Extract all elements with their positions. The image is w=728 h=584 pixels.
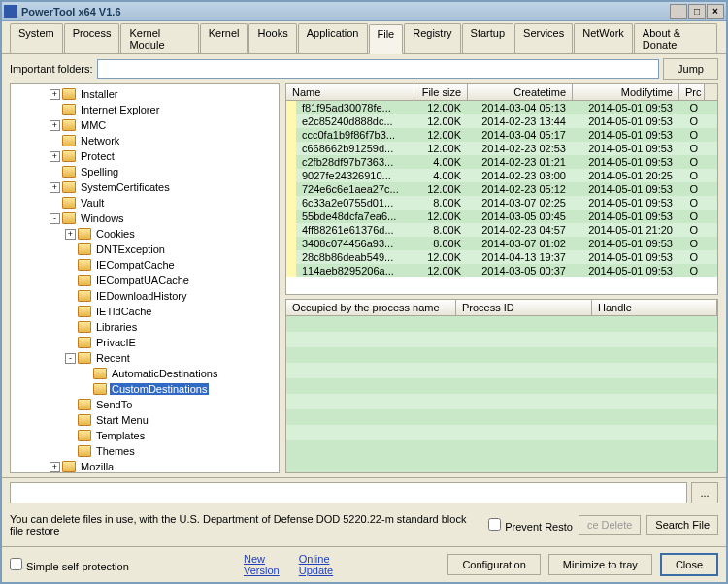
col-handle[interactable]: Handle bbox=[592, 300, 717, 315]
tab-process[interactable]: Process bbox=[64, 23, 120, 53]
tree-item-iedownloadhistory[interactable]: IEDownloadHistory bbox=[11, 288, 279, 304]
tree-item-iecompatuacache[interactable]: IECompatUACache bbox=[11, 273, 279, 288]
tab-kernel[interactable]: Kernel bbox=[200, 23, 248, 53]
table-row[interactable] bbox=[286, 316, 717, 332]
tab-hooks[interactable]: Hooks bbox=[248, 23, 296, 53]
tab-registry[interactable]: Registry bbox=[404, 23, 460, 53]
tab-services[interactable]: Services bbox=[514, 23, 573, 53]
table-row[interactable]: 28c8b86deab549...12.00K2014-04-13 19:372… bbox=[286, 250, 717, 264]
force-delete-button[interactable]: ce Delete bbox=[579, 515, 641, 535]
tree-item-privacie[interactable]: PrivacIE bbox=[11, 335, 279, 350]
tree-item-recent[interactable]: -Recent bbox=[11, 350, 279, 366]
tab-file[interactable]: File bbox=[369, 24, 404, 54]
table-row[interactable]: 724e6c6e1aea27c...12.00K2014-02-23 05:12… bbox=[286, 182, 717, 196]
tab-network[interactable]: NetWork bbox=[574, 23, 633, 53]
col-name[interactable]: Name bbox=[286, 84, 414, 100]
tree-item-mmc[interactable]: +MMC bbox=[11, 117, 279, 133]
expand-icon[interactable]: - bbox=[65, 353, 76, 364]
table-row[interactable]: 114aeb8295206a...12.00K2014-03-05 00:372… bbox=[286, 264, 717, 277]
tree-item-mozilla[interactable]: +Mozilla bbox=[11, 459, 279, 473]
table-row[interactable] bbox=[286, 425, 717, 440]
table-row[interactable] bbox=[286, 394, 717, 409]
minimize-to-tray-button[interactable]: Minimize to tray bbox=[548, 554, 652, 575]
tree-item-label: SystemCertificates bbox=[79, 181, 172, 193]
expand-icon[interactable]: + bbox=[50, 462, 60, 472]
tree-item-protect[interactable]: +Protect bbox=[11, 148, 279, 164]
prevent-restore-checkbox[interactable]: Prevent Resto bbox=[488, 518, 573, 533]
cell-modifytime: 2014-05-01 21:20 bbox=[573, 223, 679, 237]
tab-system[interactable]: System bbox=[10, 23, 63, 53]
file-grid[interactable]: Name File size Createtime Modifytime Prc… bbox=[285, 83, 718, 295]
table-row[interactable] bbox=[286, 347, 717, 363]
tree-item-systemcertificates[interactable]: +SystemCertificates bbox=[11, 179, 279, 195]
table-row[interactable] bbox=[286, 378, 717, 394]
new-version-link[interactable]: NewVersion bbox=[244, 553, 280, 576]
tree-item-dntexception[interactable]: DNTException bbox=[11, 242, 279, 257]
path-input[interactable] bbox=[10, 482, 687, 503]
tree-item-automaticdestinations[interactable]: AutomaticDestinations bbox=[11, 366, 279, 381]
tree-item-windows[interactable]: -Windows bbox=[11, 211, 279, 226]
tree-item-internet-explorer[interactable]: Internet Explorer bbox=[11, 102, 279, 117]
expand-icon[interactable]: + bbox=[50, 120, 60, 131]
tree-item-themes[interactable]: Themes bbox=[11, 443, 279, 459]
table-row[interactable]: 4ff88261e61376d...8.00K2014-02-23 04:572… bbox=[286, 223, 717, 237]
col-modifytime[interactable]: Modifytime bbox=[573, 84, 679, 100]
minimize-button[interactable]: _ bbox=[670, 4, 687, 19]
tree-item-network[interactable]: Network bbox=[11, 133, 279, 148]
table-row[interactable] bbox=[286, 363, 717, 378]
cell-modifytime: 2014-05-01 09:53 bbox=[573, 114, 679, 128]
configuration-button[interactable]: Configuration bbox=[447, 554, 540, 575]
tree-item-label: Internet Explorer bbox=[79, 104, 161, 115]
expand-icon[interactable]: - bbox=[50, 213, 60, 224]
tree-item-sendto[interactable]: SendTo bbox=[11, 397, 279, 412]
col-process-id[interactable]: Process ID bbox=[456, 300, 592, 315]
tree-item-ietldcache[interactable]: IETldCache bbox=[11, 304, 279, 319]
table-row[interactable]: 9027fe24326910...4.00K2014-02-23 03:0020… bbox=[286, 169, 717, 182]
table-row[interactable]: c2fb28df97b7363...4.00K2014-02-23 01:212… bbox=[286, 155, 717, 169]
tree-item-installer[interactable]: +Installer bbox=[11, 86, 279, 102]
col-size[interactable]: File size bbox=[414, 84, 468, 100]
tree-item-libraries[interactable]: Libraries bbox=[11, 319, 279, 335]
tree-item-vault[interactable]: Vault bbox=[11, 195, 279, 211]
tab-startup[interactable]: Startup bbox=[462, 23, 513, 53]
important-folders-input[interactable] bbox=[97, 59, 660, 79]
table-row[interactable] bbox=[286, 332, 717, 347]
process-grid[interactable]: Occupied by the process name Process ID … bbox=[285, 299, 718, 473]
simple-self-protection-checkbox[interactable]: Simple self-protection bbox=[10, 558, 129, 572]
browse-button[interactable]: ... bbox=[691, 482, 718, 503]
close-button[interactable]: Close bbox=[660, 553, 718, 576]
col-createtime[interactable]: Createtime bbox=[468, 84, 573, 100]
tree-item-iecompatcache[interactable]: IECompatCache bbox=[11, 257, 279, 273]
tree-item-customdestinations[interactable]: CustomDestinations bbox=[11, 381, 279, 397]
tab-application[interactable]: Application bbox=[298, 23, 368, 53]
tree-item-start-menu[interactable]: Start Menu bbox=[11, 412, 279, 428]
expand-icon[interactable]: + bbox=[50, 182, 60, 193]
maximize-button[interactable]: □ bbox=[688, 4, 706, 19]
tree-item-label: Network bbox=[79, 135, 121, 146]
table-row[interactable] bbox=[286, 409, 717, 425]
tree-item-cookies[interactable]: +Cookies bbox=[11, 226, 279, 242]
table-row[interactable]: c668662b91259d...12.00K2014-02-23 02:532… bbox=[286, 142, 717, 155]
table-row[interactable]: 6c33a2e0755d01...8.00K2014-03-07 02:2520… bbox=[286, 196, 717, 210]
tab-kernel-module[interactable]: Kernel Module bbox=[120, 23, 198, 53]
online-update-link[interactable]: OnlineUpdate bbox=[299, 553, 333, 576]
expand-icon[interactable]: + bbox=[65, 229, 76, 240]
tab-about-donate[interactable]: About & Donate bbox=[634, 23, 717, 53]
table-row[interactable]: 3408c074456a93...8.00K2014-03-07 01:0220… bbox=[286, 237, 717, 250]
jump-button[interactable]: Jump bbox=[663, 58, 718, 80]
cell-createtime: 2014-03-04 05:13 bbox=[468, 101, 573, 114]
search-file-button[interactable]: Search File bbox=[646, 515, 718, 535]
col-prc[interactable]: Prc bbox=[679, 84, 705, 100]
folder-icon bbox=[78, 306, 91, 317]
table-row[interactable]: f81f95ad30078fe...12.00K2014-03-04 05:13… bbox=[286, 101, 717, 114]
folder-tree[interactable]: +InstallerInternet Explorer+MMCNetwork+P… bbox=[10, 83, 280, 473]
expand-icon[interactable]: + bbox=[50, 89, 60, 100]
tree-item-templates[interactable]: Templates bbox=[11, 428, 279, 443]
col-process-name[interactable]: Occupied by the process name bbox=[286, 300, 456, 315]
close-window-button[interactable]: × bbox=[707, 4, 724, 19]
table-row[interactable]: e2c85240d888dc...12.00K2014-02-23 13:442… bbox=[286, 114, 717, 128]
table-row[interactable]: ccc0fa1b9f86f7b3...12.00K2014-03-04 05:1… bbox=[286, 128, 717, 142]
expand-icon[interactable]: + bbox=[50, 151, 60, 162]
tree-item-spelling[interactable]: Spelling bbox=[11, 164, 279, 179]
table-row[interactable]: 55bde48dcfa7ea6...12.00K2014-03-05 00:45… bbox=[286, 210, 717, 223]
